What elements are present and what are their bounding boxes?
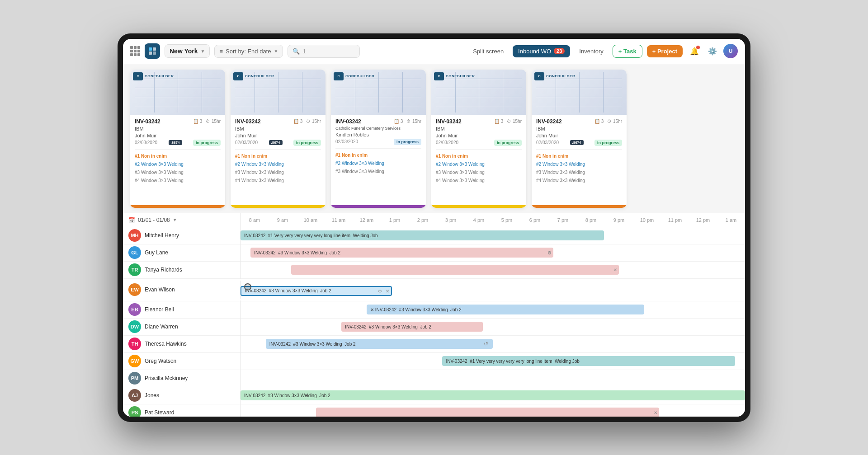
time-label: 6 pm	[521, 217, 549, 223]
settings-button[interactable]: ⚙️	[705, 44, 720, 58]
time-label: 1 pm	[381, 217, 409, 223]
split-screen-button[interactable]: Split screen	[468, 45, 508, 57]
card-progress-bar	[331, 205, 426, 208]
project-button[interactable]: + Project	[647, 45, 683, 57]
card-company-logo: C CONEBUILDER	[534, 72, 575, 80]
bar-sync-icon[interactable]: ↺	[484, 341, 488, 347]
gantt-bar[interactable]: ✕	[291, 265, 619, 275]
task-button[interactable]: + Task	[613, 45, 642, 58]
gantt-bar[interactable]: INV-03242 #1 Very very very very very lo…	[442, 356, 735, 366]
card-status-badge: In progress	[594, 140, 622, 146]
avatar: MH	[128, 229, 141, 242]
gantt-person-cell: EB Eleanor Bell	[123, 300, 241, 319]
sort-label: Sort by: End date	[226, 48, 271, 55]
gantt-bars-area[interactable]: INV-03242 #3 Window 3×3 Welding Job 2	[241, 318, 745, 335]
person-name: Pat Steward	[145, 409, 174, 416]
gantt-bars-area[interactable]: ✕ INV-03242 #3 Window 3×3 Welding Job 2	[241, 301, 745, 318]
grid-menu-icon[interactable]	[130, 46, 140, 56]
inbound-wo-button[interactable]: Inbound WO 23	[513, 45, 570, 57]
gantt-bars-area[interactable]: INV-03242 #3 Window 3×3 Welding Job 2 ⚙ …	[241, 279, 745, 301]
screen: New York ▼ ≡ Sort by: End date ▼ 🔍 1 Spl…	[123, 39, 745, 417]
work-card[interactable]: C CONEBUILDER INV-03242 📋 3 ⏱ 15hr IBM J…	[130, 70, 225, 208]
gantt-date-range[interactable]: 📅 01/01 - 01/08 ▼	[123, 213, 241, 227]
card-hours-meta: ⏱ 15hr	[206, 119, 221, 124]
work-card[interactable]: C CONEBUILDER INV-03242 📋 3 ⏱ 15hr IBM J…	[532, 70, 627, 208]
work-card[interactable]: C CONEBUILDER INV-03242 📋 3 ⏱ 15hr IBM J…	[231, 70, 326, 208]
gantt-person-cell: AJ Jones	[123, 386, 241, 404]
card-company-logo: C CONEBUILDER	[334, 72, 374, 80]
card-progress-bar	[130, 205, 225, 208]
person-name: Greg Watson	[145, 358, 176, 364]
card-inv-number: INV-03242	[436, 118, 462, 125]
gantt-row: EB Eleanor Bell ✕ INV-03242 #3 Window 3×…	[123, 301, 745, 319]
user-avatar[interactable]: U	[723, 44, 738, 58]
app-logo[interactable]	[145, 43, 160, 59]
task-label: + Task	[618, 48, 637, 55]
device-frame: New York ▼ ≡ Sort by: End date ▼ 🔍 1 Spl…	[118, 33, 750, 422]
card-task-3: #3 Window 3×3 Welding	[536, 169, 622, 176]
bar-close-icon[interactable]: ✕	[613, 267, 617, 272]
card-task-3: #3 Window 3×3 Welding	[135, 169, 221, 176]
gantt-bars-area[interactable]: INV-03242 #1 Very very very very very lo…	[241, 352, 745, 370]
gantt-bar[interactable]: INV-03242 #3 Window 3×3 Welding Job 2	[341, 322, 482, 332]
card-company-logo: C CONEBUILDER	[133, 72, 174, 80]
gantt-person-cell: MH Mitchell Henry	[123, 227, 241, 245]
work-card[interactable]: C CONEBUILDER INV-03242 📋 3 ⏱ 15hr IBM J…	[431, 70, 526, 208]
location-text: New York	[170, 47, 198, 55]
gantt-bars-area[interactable]: INV-03242 #1 Very very very very very lo…	[241, 227, 745, 244]
cards-section: C CONEBUILDER INV-03242 📋 3 ⏱ 15hr IBM J…	[123, 64, 745, 213]
gantt-bars-area[interactable]: ✕	[241, 404, 745, 417]
gantt-row: MH Mitchell Henry INV-03242 #1 Very very…	[123, 227, 745, 244]
gantt-row: TR Tanya Richards ✕	[123, 262, 745, 279]
card-task-1: #1 Non in enim	[436, 153, 522, 159]
card-task-1: #1 Non in enim	[135, 153, 221, 159]
gantt-bar-selected[interactable]: INV-03242 #3 Window 3×3 Welding Job 2 ⚙ …	[241, 286, 392, 296]
card-progress-bar	[431, 205, 526, 208]
gantt-bar[interactable]: INV-03242 #3 Window 3×3 Welding Job 2	[241, 390, 745, 400]
card-company-logo: C CONEBUILDER	[434, 72, 475, 80]
inventory-button[interactable]: Inventory	[575, 45, 608, 57]
gantt-bars-area[interactable]: INV-03242 #3 Window 3×3 Welding Job 2 ↺	[241, 335, 745, 352]
card-tasks-meta: 📋 3	[193, 119, 202, 124]
sort-filter-button[interactable]: ≡ Sort by: End date ▼	[214, 45, 283, 58]
inbound-wo-badge: 23	[554, 48, 565, 54]
card-task-4: #4 Window 3×3 Welding	[135, 177, 221, 184]
card-company-name: IBM	[235, 126, 321, 131]
time-label: 3 pm	[437, 217, 465, 223]
calendar-icon: 📅	[128, 217, 135, 223]
card-progress-bar	[231, 205, 326, 208]
gantt-bar[interactable]: INV-03242 #1 Very very very very very lo…	[241, 230, 604, 240]
gantt-section: 📅 01/01 - 01/08 ▼ 8 am 9 am 10 am 11 am …	[123, 213, 745, 417]
gantt-person-cell: GW Greg Watson	[123, 352, 241, 370]
bar-close-icon[interactable]: ✕	[654, 410, 657, 415]
gantt-bar[interactable]: INV-03242 #3 Window 3×3 Welding Job 2 ⚙	[250, 248, 553, 258]
person-name: Evan Wilson	[145, 286, 175, 293]
search-box[interactable]: 🔍 1	[288, 45, 360, 58]
card-task-3: #3 Window 3×3 Welding	[235, 169, 321, 176]
gantt-bars-area[interactable]: INV-03242 #3 Window 3×3 Welding Job 2	[241, 387, 745, 404]
card-date: 02/03/2020	[235, 140, 258, 145]
avatar: TR	[128, 263, 141, 276]
notifications-button[interactable]: 🔔	[687, 44, 702, 58]
gantt-bar[interactable]: ✕	[316, 408, 659, 417]
bar-label: INV-03242 #1 Very very very very very lo…	[244, 233, 378, 238]
time-label: 5 pm	[493, 217, 521, 223]
location-selector[interactable]: New York ▼	[165, 44, 210, 58]
gantt-person-cell: EW Evan Wilson	[123, 281, 241, 299]
time-label: 12 am	[353, 217, 381, 223]
gantt-bar[interactable]: INV-03242 #3 Window 3×3 Welding Job 2 ↺	[266, 339, 493, 349]
bar-close-icon[interactable]: ✕	[386, 288, 389, 293]
avatar: GW	[128, 355, 141, 367]
gantt-bars-area[interactable]: INV-03242 #3 Window 3×3 Welding Job 2 ⚙	[241, 244, 745, 261]
gantt-bar[interactable]: ✕ INV-03242 #3 Window 3×3 Welding Job 2	[367, 305, 644, 314]
bar-label: INV-03242 #3 Window 3×3 Welding Job 2	[269, 342, 356, 347]
time-label: 1 am	[717, 217, 745, 223]
gantt-bars-area[interactable]	[241, 370, 745, 387]
work-card[interactable]: C CONEBUILDER INV-03242 📋 3 ⏱ 15hr Catho…	[331, 70, 426, 208]
card-task-4: #4 Window 3×3 Welding	[235, 177, 321, 184]
gantt-row: TH Theresa Hawkins INV-03242 #3 Window 3…	[123, 336, 745, 353]
card-task-4: #4 Window 3×3 Welding	[536, 177, 622, 184]
bar-settings-icon[interactable]: ⚙	[378, 288, 382, 293]
gantt-bars-area[interactable]: ✕	[241, 261, 745, 278]
bar-close-icon[interactable]: ⚙	[547, 250, 552, 255]
